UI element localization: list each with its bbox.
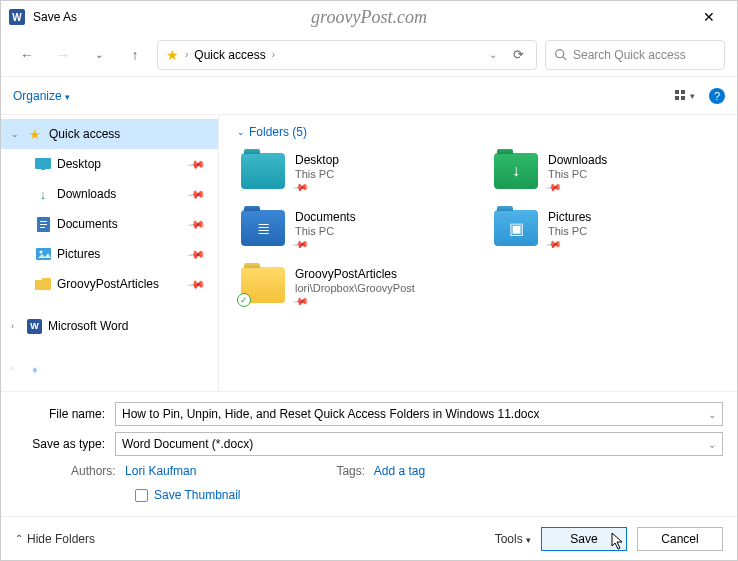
help-button[interactable]: ? — [709, 88, 725, 104]
sidebar-item-label: Downloads — [57, 187, 116, 201]
svg-rect-11 — [40, 227, 45, 228]
pin-icon: 📌 — [187, 155, 206, 174]
tags-label: Tags: — [336, 464, 365, 478]
folder-icon: ↓ — [494, 153, 538, 189]
word-app-icon: W — [9, 9, 25, 25]
save-button[interactable]: Save — [541, 527, 627, 551]
tools-menu[interactable]: Tools ▾ — [495, 532, 531, 546]
forward-button[interactable]: → — [49, 41, 77, 69]
sidebar-item-downloads[interactable]: ↓ Downloads 📌 — [1, 179, 218, 209]
folder-name: Desktop — [295, 153, 339, 167]
folder-name: Documents — [295, 210, 356, 224]
folder-icon: ▣ — [494, 210, 538, 246]
pin-icon: 📌 — [293, 236, 309, 252]
dropdown-icon[interactable]: ⌄ — [708, 409, 716, 420]
content-pane: ⌄ Folders (5) DesktopThis PC📌↓DownloadsT… — [219, 115, 737, 391]
pin-icon: 📌 — [546, 179, 562, 195]
save-type-select[interactable]: Word Document (*.docx) ⌄ — [115, 432, 723, 456]
sidebar-item-label: Quick access — [49, 127, 120, 141]
sidebar-item-groovypostarticles[interactable]: GroovyPostArticles 📌 — [1, 269, 218, 299]
pin-icon: 📌 — [293, 293, 309, 309]
folder-name: GroovyPostArticles — [295, 267, 415, 281]
folder-location: This PC — [548, 168, 607, 180]
sidebar-item-label: Pictures — [57, 247, 100, 261]
sidebar-item-desktop[interactable]: Desktop 📌 — [1, 149, 218, 179]
svg-rect-2 — [675, 90, 679, 94]
folder-item[interactable]: ▣PicturesThis PC📌 — [490, 206, 719, 255]
folder-item[interactable]: DesktopThis PC📌 — [237, 149, 466, 198]
sidebar-item-documents[interactable]: Documents 📌 — [1, 209, 218, 239]
svg-point-13 — [39, 251, 42, 254]
close-button[interactable]: ✕ — [689, 9, 729, 25]
folder-location: This PC — [548, 225, 591, 237]
recent-dropdown[interactable]: ⌄ — [85, 41, 113, 69]
dropdown-icon[interactable]: ⌄ — [708, 439, 716, 450]
pictures-icon — [35, 246, 51, 262]
folders-group-header[interactable]: ⌄ Folders (5) — [237, 125, 719, 139]
sidebar: ⌄ ★ Quick access Desktop 📌 ↓ Downloads 📌… — [1, 115, 219, 391]
cancel-button[interactable]: Cancel — [637, 527, 723, 551]
save-thumbnail-label[interactable]: Save Thumbnail — [154, 488, 241, 502]
star-icon: ★ — [166, 47, 179, 63]
filename-label: File name: — [15, 407, 115, 421]
refresh-button[interactable]: ⟳ — [509, 47, 528, 62]
svg-line-1 — [563, 57, 566, 60]
folder-icon: ✓ — [241, 267, 285, 303]
authors-label: Authors: — [71, 464, 116, 478]
desktop-icon — [35, 156, 51, 172]
chevron-right-icon: › — [11, 363, 21, 373]
authors-value[interactable]: Lori Kaufman — [125, 464, 196, 478]
save-thumbnail-checkbox[interactable] — [135, 489, 148, 502]
address-bar[interactable]: ★ › Quick access › ⌄ ⟳ — [157, 40, 537, 70]
pin-icon: 📌 — [187, 185, 206, 204]
svg-rect-9 — [40, 221, 47, 222]
back-button[interactable]: ← — [13, 41, 41, 69]
search-placeholder: Search Quick access — [573, 48, 686, 62]
sidebar-item-label: Documents — [57, 217, 118, 231]
save-type-label: Save as type: — [15, 437, 115, 451]
up-button[interactable]: ↑ — [121, 41, 149, 69]
folder-location: lori\Dropbox\GroovyPost — [295, 282, 415, 294]
folder-item[interactable]: ↓DownloadsThis PC📌 — [490, 149, 719, 198]
organize-menu[interactable]: Organize ▾ — [13, 89, 70, 103]
sidebar-item-label: Microsoft Word — [48, 319, 128, 333]
svg-rect-7 — [41, 169, 45, 170]
folder-item[interactable]: ≣DocumentsThis PC📌 — [237, 206, 466, 255]
svg-rect-3 — [681, 90, 685, 94]
filename-input[interactable]: How to Pin, Unpin, Hide, and Reset Quick… — [115, 402, 723, 426]
tags-value[interactable]: Add a tag — [374, 464, 425, 478]
downloads-icon: ↓ — [35, 186, 51, 202]
hide-folders-toggle[interactable]: ⌃ Hide Folders — [15, 532, 95, 546]
sidebar-item-microsoft-word[interactable]: › W Microsoft Word — [1, 311, 218, 341]
search-icon — [554, 48, 567, 61]
folder-icon — [241, 153, 285, 189]
view-options-button[interactable]: ▾ — [674, 89, 695, 103]
svg-rect-12 — [36, 248, 51, 260]
chevron-right-icon: › — [272, 49, 275, 60]
svg-rect-5 — [681, 96, 685, 100]
sync-badge-icon: ✓ — [237, 293, 251, 307]
folder-name: Pictures — [548, 210, 591, 224]
window-title: Save As — [33, 10, 77, 24]
chevron-up-icon: ⌃ — [15, 533, 23, 544]
breadcrumb-item[interactable]: Quick access — [194, 48, 265, 62]
sidebar-item-label: Desktop — [57, 157, 101, 171]
folder-name: Downloads — [548, 153, 607, 167]
svg-rect-4 — [675, 96, 679, 100]
svg-rect-6 — [35, 158, 51, 169]
pin-icon: 📌 — [293, 179, 309, 195]
folder-location: This PC — [295, 168, 339, 180]
folder-item[interactable]: ✓GroovyPostArticleslori\Dropbox\GroovyPo… — [237, 263, 466, 312]
chevron-down-icon: ⌄ — [11, 129, 21, 139]
chevron-right-icon: › — [185, 49, 188, 60]
star-icon: ★ — [27, 126, 43, 142]
search-input[interactable]: Search Quick access — [545, 40, 725, 70]
chevron-down-icon: ⌄ — [237, 127, 245, 137]
address-dropdown[interactable]: ⌄ — [483, 49, 503, 60]
sidebar-item-quick-access[interactable]: ⌄ ★ Quick access — [1, 119, 218, 149]
pin-icon: 📌 — [187, 215, 206, 234]
sidebar-item-pictures[interactable]: Pictures 📌 — [1, 239, 218, 269]
svg-point-0 — [556, 50, 564, 58]
sidebar-item-collapsed[interactable]: › ⬧ — [1, 353, 218, 383]
svg-rect-10 — [40, 224, 47, 225]
